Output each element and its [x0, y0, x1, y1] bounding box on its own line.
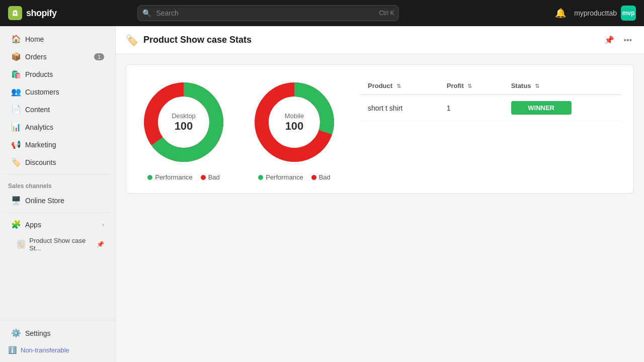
sidebar-item-label: Content	[25, 106, 50, 114]
winner-badge: WINNER	[511, 101, 572, 115]
username-label: myproducttab	[574, 9, 617, 17]
sidebar-item-online-store[interactable]: 🖥️ Online Store	[3, 192, 112, 209]
settings-icon: ⚙️	[11, 328, 20, 338]
sidebar-item-customers[interactable]: 👥 Customers	[3, 83, 112, 101]
desktop-legend-performance-label: Performance	[155, 173, 192, 181]
page-header-left: 🏷️ Product Show case Stats	[126, 34, 252, 46]
stats-table: Product ⇅ Profit ⇅ Status ⇅	[360, 77, 621, 121]
profit-sort-icon[interactable]: ⇅	[467, 83, 472, 89]
mobile-chart-value: 100	[285, 120, 304, 133]
apps-icon: 🧩	[11, 220, 20, 229]
column-product: Product ⇅	[360, 77, 439, 95]
customers-icon: 👥	[11, 87, 20, 97]
product-stats-table: Product ⇅ Profit ⇅ Status ⇅	[360, 77, 621, 121]
sidebar-bottom: ⚙️ Settings ℹ️ Non-transferable	[0, 320, 115, 362]
discounts-icon: 🏷️	[11, 157, 20, 167]
sidebar-divider-2	[5, 212, 110, 213]
sales-channels-section: Sales channels	[0, 177, 115, 192]
sidebar-nav: 🏠 Home 📦 Orders 1 🛍️ Products 👥 Customer…	[0, 26, 115, 320]
performance-dot-mobile	[258, 175, 263, 180]
search-icon: 🔍	[142, 9, 151, 17]
status-cell: WINNER	[503, 95, 621, 121]
sidebar-item-label: Home	[25, 35, 44, 43]
product-cell: short t shirt	[360, 95, 439, 121]
topnav-right: 🔔 myproducttab mvp	[553, 6, 636, 21]
search-input[interactable]	[137, 5, 399, 21]
sidebar-item-label: Online Store	[25, 197, 64, 205]
analytics-icon: 📊	[11, 122, 20, 132]
desktop-chart-title: Desktop	[172, 112, 196, 120]
sidebar-apps-label: Apps	[25, 221, 41, 229]
page-title: Product Show case Stats	[143, 35, 252, 45]
charts-row: Desktop 100 Performance Bad	[138, 77, 621, 181]
page-header-right: 📌 •••	[602, 33, 634, 47]
app-sub-item-label: Product Show case St...	[29, 237, 93, 252]
sidebar-item-label: Discounts	[25, 158, 56, 166]
sidebar-item-marketing[interactable]: 📢 Marketing	[3, 136, 112, 153]
column-profit: Profit ⇅	[439, 77, 503, 95]
pin-icon[interactable]: 📌	[97, 241, 104, 248]
sidebar-divider-1	[5, 174, 110, 174]
sidebar-item-discounts[interactable]: 🏷️ Discounts	[3, 153, 112, 171]
desktop-legend-bad: Bad	[201, 173, 220, 181]
sidebar-item-label: Products	[25, 70, 53, 78]
top-navigation: shopify 🔍 Ctrl K 🔔 myproducttab mvp	[0, 0, 644, 26]
performance-dot	[147, 175, 152, 180]
mobile-donut-label: Mobile 100	[285, 112, 304, 133]
stats-card: Desktop 100 Performance Bad	[126, 64, 634, 194]
notifications-button[interactable]: 🔔	[553, 6, 568, 21]
search-shortcut-label: Ctrl K	[379, 10, 394, 17]
mobile-chart: Mobile 100 Performance Bad	[249, 77, 340, 181]
orders-badge: 1	[94, 53, 104, 60]
avatar: mvp	[621, 6, 636, 21]
sidebar-item-products[interactable]: 🛍️ Products	[3, 65, 112, 83]
apps-chevron-icon: ›	[102, 221, 104, 228]
shopify-logo-icon	[8, 6, 22, 20]
content-icon: 📄	[11, 105, 20, 114]
product-sort-icon[interactable]: ⇅	[396, 83, 401, 89]
sidebar-item-label: Analytics	[25, 123, 53, 131]
shopify-wordmark: shopify	[26, 8, 57, 19]
sidebar-item-product-showcase[interactable]: 🏷️ Product Show case St... 📌	[3, 233, 112, 255]
mobile-legend-performance-label: Performance	[266, 173, 303, 181]
sidebar-item-label: Settings	[25, 329, 51, 337]
page-header: 🏷️ Product Show case Stats 📌 •••	[116, 26, 644, 54]
desktop-donut: Desktop 100	[138, 77, 229, 167]
profit-cell: 1	[439, 95, 503, 121]
table-header-row: Product ⇅ Profit ⇅ Status ⇅	[360, 77, 621, 95]
desktop-chart-value: 100	[172, 120, 196, 133]
header-pin-button[interactable]: 📌	[602, 33, 616, 47]
header-more-button[interactable]: •••	[621, 34, 634, 47]
bad-dot	[201, 175, 206, 180]
table-row: short t shirt 1 WINNER	[360, 95, 621, 121]
bad-dot-mobile	[311, 175, 316, 180]
column-status: Status ⇅	[503, 77, 621, 95]
sidebar-apps-section[interactable]: 🧩 Apps ›	[3, 216, 112, 233]
sidebar-item-settings[interactable]: ⚙️ Settings	[3, 324, 112, 342]
shopify-logo: shopify	[8, 6, 57, 20]
status-sort-icon[interactable]: ⇅	[535, 83, 539, 89]
desktop-legend-performance: Performance	[147, 173, 192, 181]
info-icon: ℹ️	[8, 346, 17, 354]
non-transferable-item[interactable]: ℹ️ Non-transferable	[0, 342, 115, 358]
mobile-legend-performance: Performance	[258, 173, 303, 181]
user-area[interactable]: myproducttab mvp	[574, 6, 636, 21]
desktop-legend: Performance Bad	[147, 173, 220, 181]
desktop-legend-bad-label: Bad	[208, 173, 220, 181]
app-sub-item-icon: 🏷️	[17, 240, 25, 249]
desktop-chart: Desktop 100 Performance Bad	[138, 77, 229, 181]
search-bar[interactable]: 🔍 Ctrl K	[137, 5, 399, 21]
orders-icon: 📦	[11, 52, 20, 61]
sidebar-item-label: Orders	[25, 53, 47, 61]
sidebar-item-analytics[interactable]: 📊 Analytics	[3, 118, 112, 136]
online-store-icon: 🖥️	[11, 196, 20, 205]
mobile-legend-bad: Bad	[311, 173, 331, 181]
sidebar-item-orders[interactable]: 📦 Orders 1	[3, 48, 112, 65]
mobile-chart-title: Mobile	[285, 112, 304, 120]
sidebar-item-label: Customers	[25, 88, 59, 96]
mobile-donut: Mobile 100	[249, 77, 340, 167]
sidebar-item-label: Marketing	[25, 141, 56, 149]
sidebar-item-content[interactable]: 📄 Content	[3, 101, 112, 118]
sidebar: 🏠 Home 📦 Orders 1 🛍️ Products 👥 Customer…	[0, 26, 116, 362]
sidebar-item-home[interactable]: 🏠 Home	[3, 30, 112, 48]
